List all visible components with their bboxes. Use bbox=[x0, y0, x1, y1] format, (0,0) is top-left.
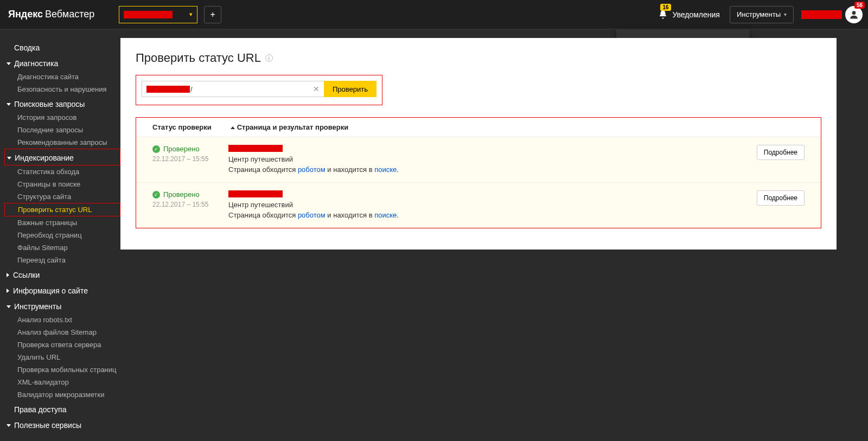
sidebar-item-diagnostika[interactable]: Диагностика bbox=[4, 55, 120, 71]
page-desc: Центр путешествий bbox=[228, 201, 757, 209]
username-redacted bbox=[801, 10, 842, 19]
logo-webmaster: Вебмастер bbox=[45, 9, 94, 20]
notifications-link[interactable]: 16 Уведомления bbox=[658, 9, 720, 20]
add-site-button[interactable]: + bbox=[204, 6, 221, 23]
col-header-page[interactable]: Страница и результат проверки bbox=[228, 123, 805, 131]
tools-dropdown[interactable]: Инструменты ▾ bbox=[730, 6, 794, 23]
sidebar-item-xml-validator[interactable]: XML-валидатор bbox=[4, 376, 120, 388]
sidebar-item-search-queries[interactable]: Поисковые запросы bbox=[4, 95, 120, 111]
check-icon: ✓ bbox=[152, 145, 160, 153]
result-row: ✓ Проверено 22.12.2017 – 15:55 Центр пут… bbox=[136, 137, 821, 183]
check-button[interactable]: Проверить bbox=[324, 81, 376, 97]
site-selector[interactable]: ▾ bbox=[119, 6, 197, 23]
link-robot[interactable]: роботом bbox=[298, 165, 326, 174]
avatar-badge: 56 bbox=[854, 2, 865, 9]
result-row: ✓ Проверено 22.12.2017 – 15:55 Центр пут… bbox=[136, 183, 821, 228]
sidebar-item-access-rights[interactable]: Права доступа bbox=[4, 401, 120, 417]
logo-yandex: Яндекс bbox=[8, 9, 43, 20]
sidebar-item-indexing[interactable]: Индексирование bbox=[4, 149, 120, 165]
sidebar-item-sitemap-files[interactable]: Файлы Sitemap bbox=[4, 241, 120, 254]
page-meta: Страница обходится роботом и находится в… bbox=[228, 211, 757, 219]
chevron-down-icon: ▾ bbox=[784, 11, 787, 17]
info-icon[interactable]: i bbox=[265, 54, 273, 62]
url-input-value-redacted bbox=[146, 86, 190, 93]
sidebar-item-query-history[interactable]: История запросов bbox=[4, 111, 120, 124]
sidebar-item-recrawl[interactable]: Переобход страниц bbox=[4, 229, 120, 241]
sidebar-item-diag-site[interactable]: Диагностика сайта bbox=[4, 71, 120, 83]
link-robot[interactable]: роботом bbox=[298, 211, 326, 219]
page-meta: Страница обходится роботом и находится в… bbox=[228, 165, 757, 174]
status-ok: ✓ Проверено bbox=[152, 145, 228, 153]
sidebar-item-pages-in-search[interactable]: Страницы в поиске bbox=[4, 178, 120, 190]
details-button[interactable]: Подробнее bbox=[757, 190, 805, 206]
user-avatar[interactable]: 56 bbox=[845, 6, 863, 23]
status-date: 22.12.2017 – 15:55 bbox=[152, 155, 228, 163]
sidebar-item-mobile-check[interactable]: Проверка мобильных страниц bbox=[4, 363, 120, 376]
sidebar: Сводка Диагностика Диагностика сайта Без… bbox=[0, 29, 120, 441]
site-selector-value-redacted bbox=[124, 11, 173, 18]
details-button[interactable]: Подробнее bbox=[757, 145, 805, 160]
status-ok: ✓ Проверено bbox=[152, 190, 228, 199]
sidebar-item-links[interactable]: Ссылки bbox=[4, 266, 120, 282]
sidebar-item-site-move[interactable]: Переезд сайта bbox=[4, 254, 120, 266]
sort-icon bbox=[231, 126, 235, 129]
chevron-down-icon: ▾ bbox=[189, 11, 193, 18]
sidebar-item-site-structure[interactable]: Структура сайта bbox=[4, 190, 120, 203]
sidebar-item-important-pages[interactable]: Важные страницы bbox=[4, 216, 120, 229]
col-header-status[interactable]: Статус проверки bbox=[152, 123, 228, 131]
results-header: Статус проверки Страница и результат про… bbox=[136, 118, 821, 137]
sidebar-item-delete-url[interactable]: Удалить URL bbox=[4, 351, 120, 363]
status-date: 22.12.2017 – 15:55 bbox=[152, 201, 228, 208]
sidebar-item-tools[interactable]: Инструменты bbox=[4, 298, 120, 314]
sidebar-item-crawl-stats[interactable]: Статистика обхода bbox=[4, 165, 120, 178]
page-desc: Центр путешествий bbox=[228, 155, 757, 163]
sidebar-item-svodka[interactable]: Сводка bbox=[4, 39, 120, 55]
sidebar-item-security[interactable]: Безопасность и нарушения bbox=[4, 83, 120, 95]
svg-point-0 bbox=[852, 11, 856, 15]
sidebar-item-microdata-validator[interactable]: Валидатор микроразметки bbox=[4, 388, 120, 401]
logo[interactable]: Яндекс Вебмастер bbox=[8, 9, 94, 20]
sidebar-item-server-response[interactable]: Проверка ответа сервера bbox=[4, 338, 120, 351]
results-table: Статус проверки Страница и результат про… bbox=[136, 117, 821, 228]
main: Настройте предупреждения и уведомления о… bbox=[120, 29, 868, 441]
content-panel: Проверить статус URL i / ✕ Проверить bbox=[120, 38, 837, 250]
tools-dropdown-label: Инструменты bbox=[737, 10, 781, 18]
sidebar-item-check-url-status[interactable]: Проверить статус URL bbox=[4, 203, 120, 216]
sidebar-item-robots[interactable]: Анализ robots.txt bbox=[4, 314, 120, 326]
notifications-badge: 16 bbox=[660, 4, 671, 11]
bell-icon: 16 bbox=[658, 9, 668, 20]
notifications-label: Уведомления bbox=[672, 10, 720, 19]
url-check-form: / ✕ Проверить bbox=[136, 75, 382, 105]
page-title: Проверить статус URL i bbox=[136, 51, 821, 65]
url-input[interactable]: / ✕ bbox=[142, 81, 324, 97]
header: Яндекс Вебмастер ▾ + 16 Уведомления Инст… bbox=[0, 0, 868, 29]
page-url-redacted bbox=[228, 145, 283, 152]
link-search[interactable]: поиске bbox=[374, 165, 397, 174]
sidebar-item-recent-queries[interactable]: Последние запросы bbox=[4, 124, 120, 136]
sidebar-item-recommended-queries[interactable]: Рекомендованные запросы bbox=[4, 136, 120, 149]
url-input-trail: / bbox=[190, 85, 193, 93]
link-search[interactable]: поиске bbox=[374, 211, 397, 219]
page-url-redacted bbox=[228, 190, 283, 197]
check-icon: ✓ bbox=[152, 191, 160, 199]
sidebar-item-sitemap-analyze[interactable]: Анализ файлов Sitemap bbox=[4, 326, 120, 338]
sidebar-item-site-info[interactable]: Информация о сайте bbox=[4, 282, 120, 298]
clear-icon[interactable]: ✕ bbox=[313, 85, 320, 93]
sidebar-item-useful-services[interactable]: Полезные сервисы bbox=[4, 417, 120, 432]
